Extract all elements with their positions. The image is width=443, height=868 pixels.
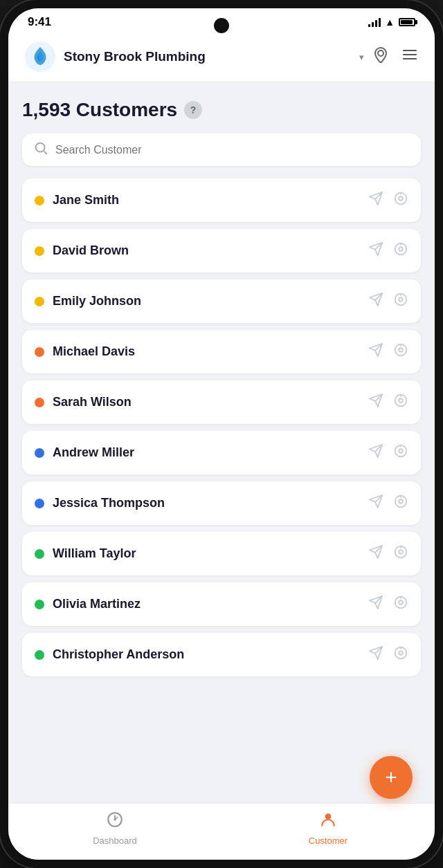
svg-point-20 [400, 445, 401, 447]
page-title-row: 1,593 Customers ? [22, 99, 421, 121]
customer-list-item[interactable]: William Taylor [22, 532, 421, 575]
dropdown-arrow-icon[interactable]: ▾ [359, 52, 364, 62]
wifi-icon: ▲ [385, 17, 395, 28]
send-icon[interactable] [368, 645, 383, 664]
view-icon[interactable] [393, 191, 408, 210]
customer-name: Jane Smith [53, 193, 360, 207]
svg-point-23 [400, 496, 401, 497]
svg-point-10 [399, 297, 403, 302]
status-dot [35, 600, 44, 609]
dashboard-label: Dashboard [93, 835, 137, 846]
company-name-row[interactable]: Stony Brook Plumbing ▾ [64, 49, 364, 64]
send-icon[interactable] [368, 544, 383, 563]
svg-point-28 [399, 600, 403, 604]
status-dot [35, 549, 44, 559]
svg-point-29 [400, 597, 401, 598]
send-icon[interactable] [368, 393, 383, 412]
view-icon[interactable] [393, 241, 408, 260]
search-input[interactable] [55, 144, 410, 156]
customer-list-item[interactable]: Jane Smith [22, 178, 421, 222]
status-time: 9:41 [28, 15, 51, 29]
send-icon[interactable] [368, 292, 383, 311]
send-icon[interactable] [368, 342, 383, 361]
view-icon[interactable] [393, 494, 408, 513]
status-dot [35, 499, 44, 508]
customer-name: David Brown [53, 243, 360, 258]
customer-list-item[interactable]: Sarah Wilson [22, 380, 421, 424]
customer-list-item[interactable]: Olivia Martinez [22, 582, 421, 626]
status-dot [35, 246, 44, 256]
status-dot [35, 297, 44, 306]
view-icon[interactable] [393, 544, 408, 563]
company-name: Stony Brook Plumbing [64, 49, 356, 64]
item-actions [368, 443, 408, 462]
help-icon[interactable]: ? [184, 101, 202, 119]
view-icon[interactable] [393, 443, 408, 462]
signal-bars-icon [368, 17, 381, 27]
location-icon[interactable] [372, 46, 389, 67]
customer-list-item[interactable]: Michael Davis [22, 330, 421, 373]
view-icon[interactable] [393, 595, 408, 613]
add-customer-button[interactable]: + [370, 756, 413, 799]
item-actions [368, 191, 408, 210]
customer-list-item[interactable]: David Brown [22, 229, 421, 273]
nav-item-customer[interactable]: Customer [222, 811, 435, 846]
view-icon[interactable] [393, 645, 408, 664]
svg-point-19 [399, 449, 403, 453]
status-dot [35, 398, 44, 407]
send-icon[interactable] [368, 443, 383, 462]
nav-item-dashboard[interactable]: Dashboard [8, 811, 222, 846]
customer-name: Andrew Miller [53, 445, 360, 460]
customer-list-item[interactable]: Jessica Thompson [22, 481, 421, 525]
app-logo [25, 41, 55, 72]
page-title: 1,593 Customers [22, 99, 177, 121]
svg-point-8 [400, 243, 401, 245]
svg-point-11 [400, 294, 401, 295]
search-icon [33, 140, 48, 159]
customer-name: Olivia Martinez [53, 597, 360, 611]
view-icon[interactable] [393, 292, 408, 311]
customer-list-item[interactable]: Emily Johnson [22, 279, 421, 323]
status-dot [35, 196, 44, 205]
search-bar[interactable] [22, 133, 421, 166]
svg-point-7 [399, 247, 403, 251]
battery-icon [399, 18, 415, 26]
status-dot [35, 650, 44, 660]
bottom-nav: Dashboard Customer [8, 803, 435, 860]
svg-point-34 [114, 818, 116, 820]
camera-notch [214, 18, 229, 33]
svg-point-1 [378, 50, 383, 56]
customer-list-item[interactable]: Andrew Miller [22, 431, 421, 474]
svg-point-35 [325, 813, 332, 820]
status-dot [35, 448, 44, 458]
send-icon[interactable] [368, 241, 383, 260]
send-icon[interactable] [368, 595, 383, 613]
customer-name: Michael Davis [53, 344, 360, 359]
svg-point-14 [400, 344, 401, 346]
customer-list: Jane Smith David Brown [22, 178, 421, 746]
app-header: Stony Brook Plumbing ▾ [8, 33, 435, 82]
item-actions [368, 544, 408, 563]
customer-name: Christopher Anderson [53, 647, 360, 662]
svg-point-17 [400, 395, 401, 396]
view-icon[interactable] [393, 342, 408, 361]
svg-point-13 [399, 348, 403, 352]
item-actions [368, 494, 408, 513]
dashboard-icon [106, 811, 124, 833]
item-actions [368, 393, 408, 412]
item-actions [368, 241, 408, 260]
svg-point-16 [399, 398, 403, 403]
send-icon[interactable] [368, 191, 383, 210]
view-icon[interactable] [393, 393, 408, 412]
item-actions [368, 292, 408, 311]
item-actions [368, 645, 408, 664]
send-icon[interactable] [368, 494, 383, 513]
customer-list-item[interactable]: Christopher Anderson [22, 633, 421, 676]
svg-point-5 [400, 193, 401, 194]
customer-name: Sarah Wilson [53, 395, 360, 409]
customer-icon [319, 811, 337, 833]
menu-icon[interactable] [401, 46, 418, 67]
item-actions [368, 595, 408, 613]
svg-point-31 [399, 651, 403, 655]
customer-name: William Taylor [53, 546, 360, 561]
